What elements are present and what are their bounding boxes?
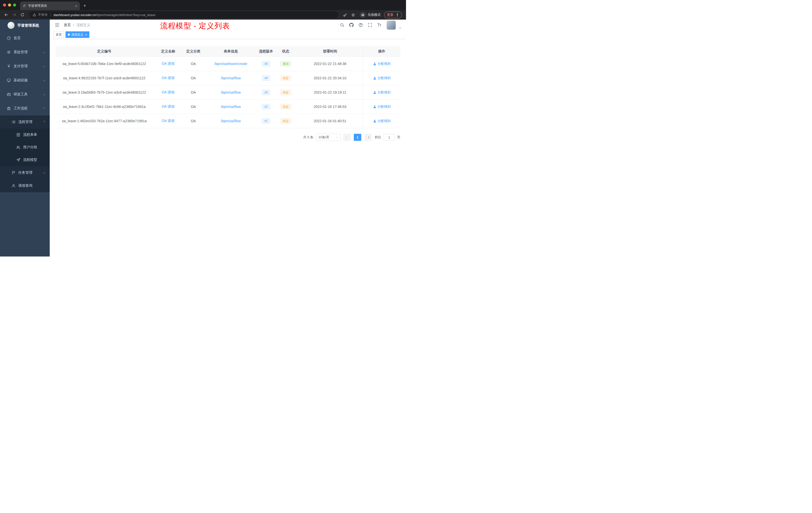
definition-name-link[interactable]: OA 请假 bbox=[162, 104, 174, 109]
definition-table: 定义编号定义名称定义分类表单信息流程版本状态部署时间操作 oa_leave:5:… bbox=[55, 46, 401, 128]
chevron-down-icon bbox=[43, 79, 46, 81]
chevron-up-icon bbox=[43, 120, 46, 123]
close-window-button[interactable] bbox=[3, 3, 6, 6]
prev-page-button[interactable] bbox=[343, 134, 351, 141]
cell-category: OA bbox=[183, 114, 204, 128]
table-body: oa_leave:5:004b710b-7b8a-11ec-8ef0-acde4… bbox=[55, 57, 401, 128]
password-manager-icon[interactable] bbox=[342, 11, 348, 18]
back-button[interactable] bbox=[3, 11, 9, 18]
assign-rule-button[interactable]: 分配规则 bbox=[373, 90, 391, 95]
bookmark-star-icon[interactable] bbox=[350, 11, 356, 18]
reload-button[interactable] bbox=[19, 11, 26, 18]
page-size-select[interactable]: 10条/页 bbox=[316, 134, 341, 141]
cell-definition-id: oa_leave:2:3c1f0ef1-76b1-11ec-9c66-a2380… bbox=[55, 100, 153, 114]
tag-close-icon[interactable]: × bbox=[85, 33, 87, 36]
cell-definition-id: oa_leave:3:1fad3d93-7b75-11ec-a3c8-acde4… bbox=[55, 85, 153, 99]
tab-close-icon[interactable]: × bbox=[75, 4, 77, 8]
table-row: oa_leave:2:3c1f0ef1-76b1-11ec-9c66-a2380… bbox=[55, 100, 401, 114]
sidebar-item-label: 首页 bbox=[13, 36, 21, 40]
sidebar-item-label: 流程模型 bbox=[23, 158, 37, 162]
sidebar-item-label: 系统管理 bbox=[13, 50, 28, 55]
minimize-window-button[interactable] bbox=[8, 3, 11, 6]
hamburger-icon[interactable] bbox=[54, 22, 60, 28]
sidebar-item-workflow[interactable]: 工作流程 bbox=[0, 101, 50, 116]
sidebar-item-task-mgmt[interactable]: 任务管理 bbox=[0, 166, 50, 179]
search-icon[interactable] bbox=[339, 22, 345, 28]
sidebar-item-process-form[interactable]: 流程表单 bbox=[0, 128, 50, 141]
definition-name-link[interactable]: OA 请假 bbox=[162, 61, 174, 66]
goto-page-input[interactable] bbox=[384, 134, 395, 141]
total-count: 共 5 条 bbox=[303, 135, 313, 140]
page-number-button[interactable]: 1 bbox=[354, 134, 361, 141]
table-header-row: 定义编号定义名称定义分类表单信息流程版本状态部署时间操作 bbox=[55, 46, 401, 57]
fullscreen-icon[interactable] bbox=[367, 22, 373, 28]
browser-menu-icon[interactable]: ⋮ bbox=[396, 12, 399, 17]
definition-name-link[interactable]: OA 请假 bbox=[162, 76, 174, 80]
chevron-right-icon bbox=[367, 136, 369, 139]
assign-rule-button[interactable]: 分配规则 bbox=[373, 119, 391, 123]
form-link[interactable]: /bpm/oa/flow bbox=[221, 76, 241, 80]
avatar-dropdown-caret[interactable] bbox=[400, 25, 401, 29]
header-actions bbox=[339, 21, 401, 30]
chevron-left-icon bbox=[346, 136, 348, 139]
zoom-window-button[interactable] bbox=[13, 3, 16, 6]
user-avatar[interactable] bbox=[387, 21, 396, 30]
sidebar-item-process-mgmt[interactable]: 流程管理 bbox=[0, 116, 50, 128]
sidebar-item-infrastructure[interactable]: 基础设施 bbox=[0, 73, 50, 87]
update-button[interactable]: 更新 ⋮ bbox=[384, 11, 402, 18]
forward-button[interactable] bbox=[11, 11, 18, 18]
help-icon[interactable] bbox=[358, 22, 363, 28]
send-icon bbox=[16, 158, 21, 162]
sidebar-item-system-mgmt[interactable]: 系统管理 bbox=[0, 45, 50, 59]
form-link[interactable]: /bpm/oa/flow bbox=[221, 119, 241, 123]
version-badge: v5 bbox=[262, 61, 270, 66]
sidebar-item-label: 请假查询 bbox=[18, 183, 32, 188]
assign-rule-button[interactable]: 分配规则 bbox=[373, 104, 391, 109]
breadcrumb: 首页 / 流程定义 bbox=[64, 23, 90, 27]
form-link[interactable]: /bpm/oa/leave/create bbox=[214, 62, 247, 66]
address-bar[interactable]: 不安全 dashboard.yudao.iocoder.cn/bpm/manag… bbox=[29, 11, 338, 18]
cell-deploy-time: 2022-01-22 19:19:11 bbox=[297, 85, 363, 99]
table-row: oa_leave:5:004b710b-7b8a-11ec-8ef0-acde4… bbox=[55, 57, 401, 71]
person-icon bbox=[373, 105, 376, 109]
form-link[interactable]: /bpm/oa/flow bbox=[221, 105, 241, 109]
breadcrumb-current: 流程定义 bbox=[76, 23, 90, 27]
tag-item[interactable]: 首页 bbox=[54, 31, 64, 38]
definition-name-link[interactable]: OA 请假 bbox=[162, 90, 174, 95]
sidebar-item-process-model[interactable]: 流程模型 bbox=[0, 154, 50, 166]
gear-icon bbox=[6, 50, 11, 54]
sidebar-item-leave-query[interactable]: 请假查询 bbox=[0, 179, 50, 192]
cell-definition-id: oa_leave:1:482ec033-762a-11ec-8477-a2380… bbox=[55, 114, 153, 128]
sidebar-item-user-group[interactable]: 用户分组 bbox=[0, 141, 50, 154]
incognito-icon bbox=[360, 12, 366, 18]
breadcrumb-home[interactable]: 首页 bbox=[64, 23, 71, 27]
submenu-process-mgmt: 流程表单用户分组流程模型 bbox=[0, 128, 50, 166]
sidebar-item-label: 研发工具 bbox=[13, 92, 28, 97]
tag-item[interactable]: 流程定义× bbox=[65, 31, 89, 38]
browser-window: 芋道管理系统 × + 不安全 dashboard.yudao.iocoder.c… bbox=[0, 0, 406, 256]
page-content: 定义编号定义名称定义分类表单信息流程版本状态部署时间操作 oa_leave:5:… bbox=[50, 39, 406, 256]
status-badge: 挂起 bbox=[280, 118, 291, 124]
column-header: 定义名称 bbox=[153, 46, 183, 57]
cell-category: OA bbox=[183, 85, 204, 99]
sidebar-item-home[interactable]: 首页 bbox=[0, 31, 50, 45]
sidebar-item-dev-tools[interactable]: 研发工具 bbox=[0, 87, 50, 101]
form-link[interactable]: /bpm/oa/flow bbox=[221, 90, 241, 94]
assign-rule-button[interactable]: 分配规则 bbox=[373, 61, 391, 66]
goto-label: 前往 bbox=[375, 135, 381, 140]
not-secure-icon bbox=[33, 13, 36, 17]
favicon bbox=[23, 4, 26, 7]
browser-tab[interactable]: 芋道管理系统 × bbox=[20, 1, 80, 10]
new-tab-button[interactable]: + bbox=[83, 3, 86, 8]
sidebar-item-label: 任务管理 bbox=[18, 171, 32, 175]
tab-title: 芋道管理系统 bbox=[28, 4, 73, 8]
cell-category: OA bbox=[183, 100, 204, 114]
next-page-button[interactable] bbox=[364, 134, 372, 141]
assign-rule-button[interactable]: 分配规则 bbox=[373, 76, 391, 80]
font-size-icon[interactable] bbox=[376, 22, 382, 28]
github-icon[interactable] bbox=[348, 22, 354, 28]
sidebar-item-payment-mgmt[interactable]: ¥支付管理 bbox=[0, 59, 50, 73]
window-controls bbox=[3, 0, 16, 10]
sidebar-logo[interactable]: 芋道管理系统 bbox=[0, 20, 50, 31]
definition-name-link[interactable]: OA 请假 bbox=[162, 119, 174, 123]
